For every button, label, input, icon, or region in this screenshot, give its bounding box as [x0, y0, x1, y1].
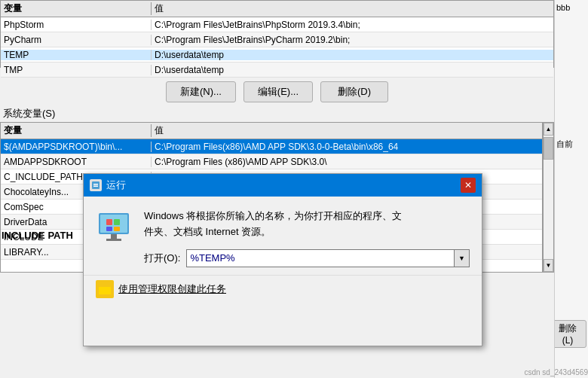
svg-rect-9 [111, 234, 117, 239]
edit-button[interactable]: 编辑(E)... [243, 81, 313, 102]
signature: csdn sd_243d4569 [524, 368, 588, 376]
sys-val-header: 值 [152, 124, 542, 137]
sys-variables-label: 系统变量(S) [3, 107, 55, 120]
var-cell: PyCharm [1, 35, 152, 45]
right-panel-partial: bbb 自前 删除(L) [554, 0, 588, 378]
svg-rect-0 [92, 181, 100, 189]
svg-rect-10 [106, 239, 121, 241]
run-dialog-icon-area [96, 209, 132, 245]
include-path-label: INCLUDE PATH [2, 230, 73, 241]
svg-rect-6 [114, 219, 120, 225]
scroll-thumb[interactable] [544, 137, 553, 160]
folder-svg [98, 283, 112, 295]
dialog-description: Windows 将根据你所输入的名称，为你打开相应的程序、文件夹、文档或 Int… [144, 209, 470, 240]
val-cell: C:\Program Files\JetBrains\PhpStorm 2019… [152, 20, 553, 30]
var-cell: $(AMDAPPSDKROOT)\bin\... [1, 142, 152, 152]
dialog-text-area: Windows 将根据你所输入的名称，为你打开相应的程序、文件夹、文档或 Int… [144, 209, 470, 267]
dialog-input-row: 打开(O): ▼ [144, 249, 470, 267]
scroll-down-button[interactable]: ▼ [544, 259, 553, 272]
run-icon [96, 209, 132, 245]
dialog-bottom-section: 使用管理权限创建此任务 [84, 275, 482, 307]
var-cell: TEMP [1, 50, 152, 60]
sys-table-header: 变量 值 [1, 123, 542, 139]
dialog-close-button[interactable]: ✕ [461, 178, 476, 193]
right-text-current: 自前 [555, 136, 588, 153]
svg-rect-8 [114, 227, 120, 231]
dialog-input-container: ▼ [186, 249, 470, 267]
val-cell: C:\Program Files\JetBrains\PyCharm 2019.… [152, 35, 553, 45]
svg-rect-1 [93, 184, 98, 185]
val-cell: C:\Program Files(x86)\AMD APP SDK\3.0-0-… [152, 142, 542, 152]
table-row[interactable]: $(AMDAPPSDKROOT)\bin\... C:\Program File… [1, 139, 542, 154]
sys-var-header: 变量 [1, 124, 152, 137]
user-vars-button-row: 新建(N)... 编辑(E)... 删除(D) [0, 75, 554, 108]
val-cell: D:\userdata\temp [152, 50, 553, 60]
svg-rect-7 [106, 227, 112, 231]
val-column-header: 值 [152, 2, 553, 15]
run-dialog-input[interactable] [186, 249, 455, 267]
var-cell: PhpStorm [1, 20, 152, 30]
dialog-body: Windows 将根据你所输入的名称，为你打开相应的程序、文件夹、文档或 Int… [84, 197, 482, 275]
svg-rect-2 [93, 186, 98, 187]
new-button[interactable]: 新建(N)... [166, 81, 236, 102]
bottom-browse-link[interactable]: 使用管理权限创建此任务 [118, 282, 226, 296]
var-column-header: 变量 [1, 2, 152, 15]
table-row[interactable]: AMDAPPSDKROOT C:\Program Files (x86)\AMD… [1, 154, 542, 169]
dialog-titlebar: 运行 ✕ [84, 174, 482, 197]
user-variables-table: 变量 值 PhpStorm C:\Program Files\JetBrains… [0, 0, 554, 68]
table-row[interactable]: PhpStorm C:\Program Files\JetBrains\PhpS… [1, 17, 553, 32]
table-row[interactable]: TEMP D:\userdata\temp [1, 47, 553, 62]
var-cell: TMP [1, 65, 152, 75]
scroll-up-button[interactable]: ▲ [544, 123, 553, 136]
val-cell: C:\Program Files (x86)\AMD APP SDK\3.0\ [152, 157, 542, 167]
svg-rect-5 [106, 219, 112, 225]
table-row[interactable]: PyCharm C:\Program Files\JetBrains\PyCha… [1, 32, 553, 47]
dialog-title-icon [90, 179, 102, 191]
delete-l-button[interactable]: 删除(L) [554, 320, 586, 348]
run-input-dropdown[interactable]: ▼ [455, 249, 470, 267]
sys-table-scrollbar[interactable]: ▲ ▼ [543, 122, 554, 273]
dialog-input-label: 打开(O): [144, 251, 180, 265]
run-dialog: 运行 ✕ Windows 将根据你所输入的名称，为你打开相应的程序、文件夹、文档… [83, 173, 482, 346]
val-cell: D:\userdata\temp [152, 65, 553, 75]
folder-icon [96, 280, 114, 298]
table-header: 变量 值 [1, 1, 553, 17]
delete-button[interactable]: 删除(D) [320, 81, 388, 102]
right-text-bbb: bbb [555, 0, 588, 15]
var-cell: AMDAPPSDKROOT [1, 157, 152, 167]
dialog-title-text: 运行 [106, 178, 461, 192]
